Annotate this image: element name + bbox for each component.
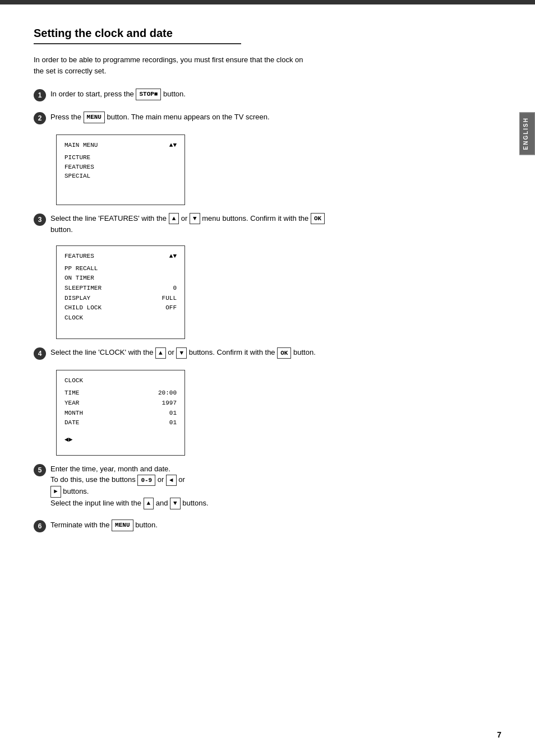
pp-label: PP RECALL [64, 264, 98, 274]
step-2-text: Press the MENU button. The main menu app… [50, 112, 270, 123]
step-number-5: 5 [34, 464, 46, 476]
step-5: 5 Enter the time, year, month and date. … [34, 463, 501, 509]
step-6-text-before: Terminate with the [50, 521, 112, 529]
step-1: 1 In order to start, press the STOP■ but… [34, 89, 501, 101]
step-5-line2: To do this, use the buttons 0-9 or ◄ or [50, 474, 209, 486]
clock-date-value: 01 [169, 418, 177, 428]
clock-month-label: MONTH [64, 409, 83, 419]
step-5-text: Enter the time, year, month and date. To… [50, 463, 209, 509]
up-button-3: ▲ [169, 213, 179, 225]
step-number-4: 4 [34, 347, 46, 360]
intro-text: In order to be able to programme recordi… [34, 54, 314, 76]
up-button-4: ▲ [155, 347, 166, 359]
step-5-line2-before: To do this, use the buttons [50, 475, 137, 484]
features-menu-header: FEATURES [64, 253, 94, 259]
clock-row-time: TIME 20:00 [64, 388, 177, 398]
clock-menu-header: CLOCK [64, 377, 177, 384]
features-row-sleep: SLEEPTIMER 0 [64, 284, 177, 294]
menu-button-label-2: MENU [84, 112, 105, 123]
clock-menu-screen: CLOCK TIME 20:00 YEAR 1997 MONTH 01 DATE… [56, 370, 185, 455]
step-5-line2-mid: or [155, 475, 166, 484]
btn-left: ◄ [166, 475, 177, 486]
main-menu-item-special: SPECIAL [64, 171, 177, 181]
step-4-text: Select the line 'CLOCK' with the ▲ or ▼ … [50, 347, 316, 359]
clock-year-value: 1997 [162, 398, 177, 409]
step-5-line3: Select the input line with the ▲ and ▼ b… [50, 498, 209, 509]
display-value: FULL [162, 294, 177, 304]
clock-year-label: YEAR [64, 398, 79, 409]
step-3: 3 Select the line 'FEATURES' with the ▲ … [34, 213, 501, 235]
features-menu-arrows: ▲▼ [169, 253, 177, 259]
clock-row-year: YEAR 1997 [64, 398, 177, 409]
down-button-3: ▼ [190, 213, 200, 225]
step-4-text-after: buttons. Confirm it with the [187, 348, 277, 356]
step-2-text-before: Press the [50, 113, 84, 121]
features-row-pp: PP RECALL [64, 264, 177, 274]
step-4: 4 Select the line 'CLOCK' with the ▲ or … [34, 347, 501, 360]
main-menu-item-picture: PICTURE [64, 153, 177, 163]
step-3-text-mid: or [179, 214, 190, 222]
step-2-text-after: button. The main menu appears on the TV … [105, 113, 270, 121]
btn-down-5: ▼ [170, 498, 181, 509]
features-row-child: CHILD LOCK OFF [64, 303, 177, 313]
main-menu-arrows: ▲▼ [169, 142, 177, 149]
stop-button-label: STOP■ [136, 89, 161, 100]
step-2: 2 Press the MENU button. The main menu a… [34, 112, 501, 124]
child-label: CHILD LOCK [64, 303, 102, 313]
step-1-text-after: button. [161, 90, 185, 98]
step-5-line1: Enter the time, year, month and date. [50, 463, 209, 475]
step-number-6: 6 [34, 520, 46, 532]
features-row-display: DISPLAY FULL [64, 294, 177, 304]
btn-right: ► [50, 486, 61, 498]
clock-row-date: DATE 01 [64, 418, 177, 428]
step-6-text-after: button. [133, 521, 158, 529]
step-5-line2b: ► buttons. [50, 486, 209, 498]
section-title: Setting the clock and date [34, 27, 241, 44]
language-tab: ENGLISH [519, 112, 535, 155]
step-number-3: 3 [34, 214, 46, 226]
child-value: OFF [165, 303, 177, 313]
step-3-text: Select the line 'FEATURES' with the ▲ or… [50, 213, 342, 235]
top-bar [0, 0, 535, 4]
clock-nav-arrows: ◄► [64, 436, 177, 444]
step-5-line3-before: Select the input line with the [50, 499, 144, 507]
clock-date-label: DATE [64, 418, 79, 428]
step-3-text-before: Select the line 'FEATURES' with the [50, 214, 169, 222]
step-6-text: Terminate with the MENU button. [50, 520, 158, 531]
main-menu-item-features: FEATURES [64, 163, 177, 172]
step-4-text-after2: button. [291, 348, 315, 356]
step-5-line2-after: buttons. [61, 487, 89, 495]
menu-button-label-6: MENU [112, 520, 133, 531]
step-3-text-after: button. [50, 225, 73, 234]
on-label: ON TIMER [64, 273, 94, 284]
clock-time-label: TIME [64, 388, 79, 398]
features-menu-screen: FEATURES ▲▼ PP RECALL ON TIMER SLEEPTIME… [56, 245, 185, 340]
main-menu-header: MAIN MENU [64, 142, 98, 149]
step-5-line2-mid2: or [177, 475, 185, 484]
page-number: 7 [497, 730, 501, 739]
features-row-on: ON TIMER [64, 273, 177, 284]
ok-button-3: OK [311, 213, 325, 225]
btn-up-5: ▲ [144, 498, 154, 509]
step-1-text-before: In order to start, press the [50, 90, 136, 98]
clock-label: CLOCK [64, 313, 83, 323]
sleep-value: 0 [173, 284, 177, 294]
step-number-2: 2 [34, 112, 46, 124]
clock-time-value: 20:00 [158, 388, 177, 398]
step-number-1: 1 [34, 89, 46, 101]
clock-month-value: 01 [169, 409, 177, 419]
step-5-line3-after: buttons. [181, 499, 209, 507]
sleep-label: SLEEPTIMER [64, 284, 102, 294]
clock-row-month: MONTH 01 [64, 409, 177, 419]
step-4-text-before: Select the line 'CLOCK' with the [50, 348, 155, 356]
main-menu-screen: MAIN MENU ▲▼ PICTURE FEATURES SPECIAL [56, 134, 185, 205]
display-label: DISPLAY [64, 294, 90, 304]
ok-button-4: OK [277, 347, 291, 359]
btn-09: 0-9 [137, 475, 155, 486]
step-6: 6 Terminate with the MENU button. [34, 520, 501, 532]
step-3-text-mid2: menu buttons. Confirm it with the [200, 214, 311, 222]
step-1-text: In order to start, press the STOP■ butto… [50, 89, 186, 100]
step-4-text-mid: or [166, 348, 177, 356]
down-button-4: ▼ [176, 347, 187, 359]
features-row-clock: CLOCK [64, 313, 177, 323]
